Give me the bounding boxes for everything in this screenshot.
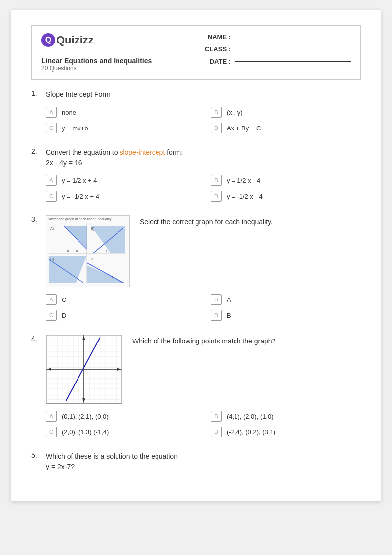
quiz-subtitle: 20 Questions — [41, 65, 191, 72]
question-2: 2. Convert the equation to slope-interce… — [31, 147, 361, 202]
q3-svg: A) B) C) D) — [46, 221, 128, 285]
q4-letter-a: A — [46, 411, 57, 422]
q4-letter-d: D — [211, 427, 222, 437]
q3-letter-c: C — [46, 310, 57, 321]
q3-image-area: Sketch the graph of each linear inequali… — [46, 215, 273, 287]
q4-option-b[interactable]: B (4,1), (2,0), (1,0) — [211, 411, 361, 422]
q3-option-c[interactable]: C D — [46, 310, 196, 321]
q3-option-b[interactable]: B A — [211, 294, 361, 305]
q1-option-b[interactable]: B (x , y) — [211, 107, 361, 118]
logo-icon: Q — [41, 33, 55, 47]
q4-letter-c: C — [46, 427, 57, 437]
q4-letter-b: B — [211, 411, 222, 422]
q2-option-c[interactable]: C y = -1/2 x + 4 — [46, 191, 196, 202]
q1-option-a[interactable]: A none — [46, 107, 196, 118]
q2-text-d: y = -1/2 x - 4 — [227, 193, 263, 200]
q2-option-d[interactable]: D y = -1/2 x - 4 — [211, 191, 361, 202]
q1-letter-b: B — [211, 107, 222, 118]
logo: Q Quizizz — [41, 33, 191, 47]
q3-letter-b: B — [211, 294, 222, 305]
class-line — [235, 49, 351, 49]
q2-text-after: form: — [165, 148, 183, 156]
q4-option-a[interactable]: A (0,1), (2,1), (0,0) — [46, 411, 196, 422]
q4-text-d: (-2,4), (0,2), (3,1) — [227, 428, 275, 436]
logo-text: Quizizz — [56, 34, 94, 46]
q3-text-c: D — [62, 312, 66, 319]
date-field-row: DATE : — [201, 58, 351, 65]
q2-equation: 2x - 4y = 16 — [46, 159, 82, 167]
question-3-header: 3. Sketch the graph of each linear inequ… — [31, 215, 361, 287]
q4-image-area: Which of the following points match the … — [46, 335, 275, 404]
svg-text:D): D) — [91, 257, 94, 261]
page: Q Quizizz Linear Equations and Inequalit… — [11, 10, 381, 501]
q2-text-c: y = -1/2 x + 4 — [62, 193, 99, 200]
q2-letter-c: C — [46, 191, 57, 202]
q1-letter-d: D — [211, 123, 222, 133]
q1-text: Slope Intercept Form — [46, 89, 111, 100]
q2-options: A y = 1/2 x + 4 B y = 1/2 x - 4 C y = -1… — [31, 175, 361, 202]
q1-options: A none B (x , y) C y = mx+b D Ax + By = … — [31, 107, 361, 133]
q2-option-a[interactable]: A y = 1/2 x + 4 — [46, 175, 196, 186]
q3-letter-a: A — [46, 294, 57, 305]
q5-text: Which of these is a solution to the equa… — [46, 451, 178, 472]
q1-letter-a: A — [46, 107, 57, 118]
q4-number: 4. — [31, 335, 46, 342]
q3-option-d[interactable]: D B — [211, 310, 361, 321]
q3-text-d: B — [227, 312, 231, 319]
q4-option-c[interactable]: C (2,0), (1,3) (-1,4) — [46, 427, 196, 437]
q2-text: Convert the equation to slope-intercept … — [46, 147, 183, 168]
q4-text-a: (0,1), (2,1), (0,0) — [62, 413, 109, 420]
q4-options: A (0,1), (2,1), (0,0) B (4,1), (2,0), (1… — [31, 411, 361, 437]
class-field-row: CLASS : — [201, 45, 351, 53]
svg-text:5: 5 — [106, 249, 108, 252]
q2-highlight: slope-intercept — [119, 148, 165, 156]
q4-text-c: (2,0), (1,3) (-1,4) — [62, 428, 109, 436]
name-label: NAME : — [201, 33, 231, 41]
q1-text-d: Ax + By = C — [227, 125, 261, 132]
q2-text-before: Convert the equation to — [46, 148, 119, 156]
q4-coord-graph — [46, 335, 122, 404]
q1-number: 1. — [31, 89, 46, 97]
svg-marker-13 — [87, 265, 125, 283]
question-1: 1. Slope Intercept Form A none B (x , y)… — [31, 89, 361, 133]
header: Q Quizizz Linear Equations and Inequalit… — [31, 25, 361, 80]
header-right: NAME : CLASS : DATE : — [191, 33, 351, 70]
q2-number: 2. — [31, 147, 46, 155]
q1-text-c: y = mx+b — [62, 125, 88, 132]
q4-text-b: (4,1), (2,0), (1,0) — [227, 413, 274, 420]
svg-text:A): A) — [50, 227, 54, 231]
q2-option-b[interactable]: B y = 1/2 x - 4 — [211, 175, 361, 186]
question-5-header: 5. Which of these is a solution to the e… — [31, 451, 361, 472]
q5-text-line2: y = 2x-7? — [46, 463, 75, 470]
q2-text-b: y = 1/2 x - 4 — [227, 177, 260, 184]
q5-text-line1: Which of these is a solution to the equa… — [46, 452, 178, 460]
q3-number: 3. — [31, 215, 46, 223]
question-5: 5. Which of these is a solution to the e… — [31, 451, 361, 472]
date-line — [235, 61, 351, 62]
q3-select-text: Select the correct graph for each inequa… — [140, 215, 273, 226]
q1-text-a: none — [62, 109, 76, 116]
question-4-header: 4. — [31, 335, 361, 404]
q2-letter-a: A — [46, 175, 57, 186]
question-1-header: 1. Slope Intercept Form — [31, 89, 361, 100]
q2-text-a: y = 1/2 x + 4 — [62, 177, 97, 184]
q3-options: A C B A C D D B — [31, 294, 361, 321]
q2-letter-b: B — [211, 175, 222, 186]
name-line — [235, 37, 351, 37]
q3-option-a[interactable]: A C — [46, 294, 196, 305]
q1-option-d[interactable]: D Ax + By = C — [211, 123, 361, 133]
date-label: DATE : — [201, 58, 231, 65]
q4-svg — [46, 335, 122, 403]
q5-number: 5. — [31, 451, 46, 459]
q1-option-c[interactable]: C y = mx+b — [46, 123, 196, 133]
q4-option-d[interactable]: D (-2,4), (0,2), (3,1) — [211, 427, 361, 437]
q3-text-b: A — [227, 296, 231, 303]
question-4: 4. — [31, 335, 361, 437]
q3-letter-d: D — [211, 310, 222, 321]
q1-text-b: (x , y) — [227, 109, 243, 116]
svg-text:-5: -5 — [111, 275, 114, 278]
svg-marker-11 — [49, 256, 87, 283]
q4-which-text: Which of the following points match the … — [132, 335, 275, 345]
class-label: CLASS : — [201, 45, 231, 53]
quiz-title: Linear Equations and Inequalities — [41, 57, 191, 65]
